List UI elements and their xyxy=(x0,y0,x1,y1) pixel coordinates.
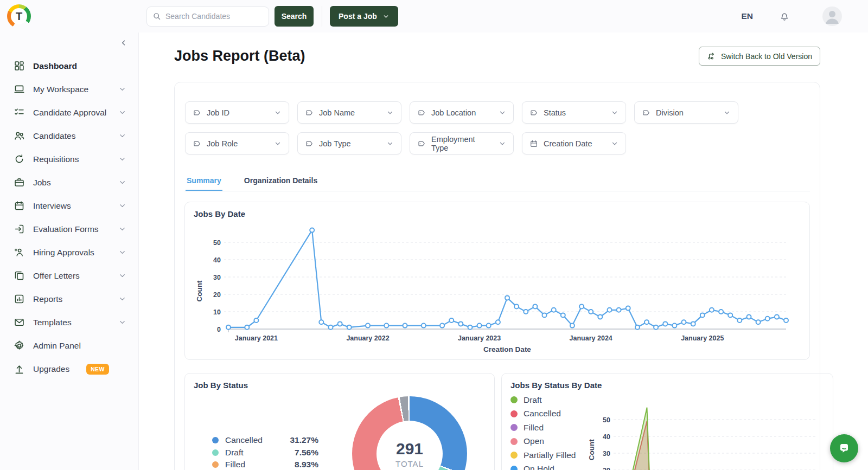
sidebar-item-interviews[interactable]: Interviews xyxy=(0,194,138,217)
switch-back-button[interactable]: Switch Back to Old Version xyxy=(699,47,820,66)
filter-division[interactable]: Division xyxy=(634,101,738,124)
chevron-down-icon xyxy=(499,140,506,147)
sidebar-item-label: Evaluation Forms xyxy=(33,224,99,234)
search-button[interactable]: Search xyxy=(275,6,314,27)
chevron-down-icon xyxy=(118,132,126,140)
filter-job-role[interactable]: Job Role xyxy=(185,132,289,154)
logo-letter: T xyxy=(7,4,31,28)
filter-label: Creation Date xyxy=(544,139,592,148)
chevron-down-icon xyxy=(118,225,126,233)
version-switch-icon xyxy=(707,51,716,61)
sidebar-item-label: My Workspace xyxy=(33,85,88,94)
tab-organization-details[interactable]: Organization Details xyxy=(243,171,318,191)
sidebar-item-upgrades[interactable]: UpgradesNEW xyxy=(0,357,138,381)
upgrades-icon xyxy=(14,363,25,375)
chevron-down-icon xyxy=(118,318,126,326)
sidebar-item-admin-panel[interactable]: Admin Panel xyxy=(0,334,138,357)
sidebar-item-evaluation-forms[interactable]: Evaluation Forms xyxy=(0,217,138,241)
job-by-status-card: Job By Status Cancelled31.27%Draft7.56%F… xyxy=(184,373,495,470)
post-a-job-button[interactable]: Post a Job xyxy=(330,6,398,27)
chevron-down-icon xyxy=(118,108,126,117)
legend-value: 31.27% xyxy=(290,435,318,445)
legend-label: Draft xyxy=(225,448,244,458)
sidebar-collapse-icon[interactable] xyxy=(120,39,127,47)
tag-icon xyxy=(417,139,426,148)
sidebar-item-reports[interactable]: Reports xyxy=(0,287,138,311)
sidebar-item-label: Templates xyxy=(33,318,72,327)
candidate-approval-icon xyxy=(14,107,25,118)
filter-job-type[interactable]: Job Type xyxy=(297,132,401,154)
hiring-approvals-icon xyxy=(14,247,25,258)
search-box[interactable] xyxy=(146,7,269,27)
legend-label: Draft xyxy=(524,395,542,405)
legend-item-on-hold[interactable]: On Hold xyxy=(510,462,588,470)
sidebar-item-jobs[interactable]: Jobs xyxy=(0,171,138,194)
dashboard-icon xyxy=(14,60,25,72)
svg-text:30: 30 xyxy=(213,274,221,281)
legend-item-cancelled[interactable]: Cancelled xyxy=(510,407,588,421)
legend-item-open[interactable]: Open xyxy=(510,435,588,449)
filter-label: Division xyxy=(656,108,684,117)
chevron-down-icon xyxy=(118,248,126,256)
sidebar-item-label: Hiring Approvals xyxy=(33,248,94,257)
svg-text:January 2023: January 2023 xyxy=(458,334,501,342)
filter-employment-type[interactable]: Employment Type xyxy=(410,132,514,154)
svg-text:January 2022: January 2022 xyxy=(346,334,389,342)
sidebar-item-hiring-approvals[interactable]: Hiring Approvals xyxy=(0,241,138,264)
filter-label: Job Type xyxy=(319,139,351,148)
svg-text:40: 40 xyxy=(213,256,221,264)
svg-text:Creation Date: Creation Date xyxy=(483,345,531,353)
legend-value: 8.93% xyxy=(295,460,318,469)
svg-text:0: 0 xyxy=(217,326,221,333)
filter-job-id[interactable]: Job ID xyxy=(185,101,289,124)
requisitions-icon xyxy=(14,153,25,165)
chevron-down-icon xyxy=(611,140,618,147)
offer-letters-icon xyxy=(14,270,25,281)
candidates-icon xyxy=(14,130,25,141)
chat-launcher-button[interactable] xyxy=(830,434,858,462)
tab-summary[interactable]: Summary xyxy=(186,171,222,191)
legend-item-draft[interactable]: Draft7.56% xyxy=(212,447,318,459)
sidebar-item-label: Upgrades xyxy=(33,364,69,374)
filter-label: Status xyxy=(544,108,566,117)
legend-item-cancelled[interactable]: Cancelled31.27% xyxy=(212,434,318,447)
notifications-bell-icon[interactable] xyxy=(779,10,790,22)
legend-color-dot xyxy=(510,466,518,470)
topbar: T Search Post a Job EN xyxy=(0,0,868,33)
svg-text:50: 50 xyxy=(213,239,221,247)
legend-label: Filled xyxy=(225,460,245,469)
app-logo[interactable]: T xyxy=(7,4,31,28)
filter-creation-date[interactable]: Creation Date xyxy=(522,132,626,154)
chevron-down-icon xyxy=(118,272,126,280)
legend-label: Cancelled xyxy=(524,409,561,419)
filter-status[interactable]: Status xyxy=(522,101,626,124)
language-selector[interactable]: EN xyxy=(741,11,753,21)
sidebar-item-my-workspace[interactable]: My Workspace xyxy=(0,78,138,101)
filter-job-name[interactable]: Job Name xyxy=(297,101,401,124)
filter-label: Job Name xyxy=(319,108,355,117)
sidebar-item-candidates[interactable]: Candidates xyxy=(0,124,138,147)
legend-item-draft[interactable]: Draft xyxy=(510,393,588,407)
legend-item-filled[interactable]: Filled8.93% xyxy=(212,459,318,470)
chevron-down-icon xyxy=(118,178,126,186)
search-input[interactable] xyxy=(165,12,264,21)
sidebar-item-candidate-approval[interactable]: Candidate Approval xyxy=(0,101,138,124)
filter-job-location[interactable]: Job Location xyxy=(410,101,514,124)
sidebar-item-requisitions[interactable]: Requisitions xyxy=(0,147,138,171)
svg-text:20: 20 xyxy=(603,467,610,470)
legend-item-partially-filled[interactable]: Partially Filled xyxy=(510,448,588,462)
sidebar-item-offer-letters[interactable]: Offer Letters xyxy=(0,264,138,287)
filter-label: Employment Type xyxy=(431,135,493,152)
jobs-by-date-title: Jobs By Date xyxy=(194,209,801,218)
legend-color-dot xyxy=(212,461,219,468)
sidebar-item-label: Reports xyxy=(33,294,62,304)
post-a-job-label: Post a Job xyxy=(339,12,377,21)
tag-icon xyxy=(193,108,201,117)
sidebar-item-dashboard[interactable]: Dashboard xyxy=(0,54,138,78)
jobs-by-status-by-date-legend: DraftCancelledFilledOpenPartially Filled… xyxy=(510,393,588,470)
tab-bar: SummaryOrganization Details xyxy=(184,171,810,191)
legend-label: Cancelled xyxy=(225,435,263,445)
sidebar-item-templates[interactable]: Templates xyxy=(0,311,138,334)
user-avatar[interactable] xyxy=(822,7,842,26)
legend-item-filled[interactable]: Filled xyxy=(510,421,588,435)
